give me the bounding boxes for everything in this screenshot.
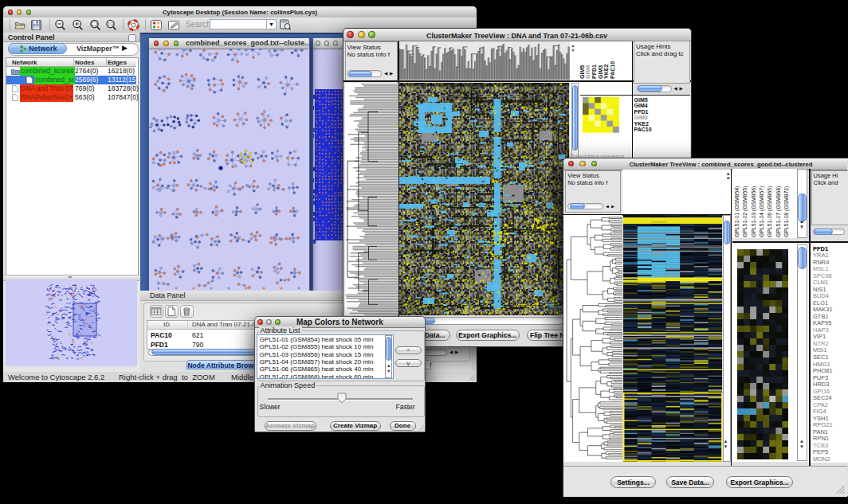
svg-text:GIM3: GIM3 [597, 65, 603, 79]
svg-text:GPL51-08 (GSM872): GPL51-08 (GSM872) [783, 186, 789, 237]
svg-text:GPL51-06 (GSM865): GPL51-06 (GSM865) [767, 186, 773, 237]
svg-text:1:1: 1:1 [108, 21, 113, 26]
svg-text:GPL51-01 (GSM854): GPL51-01 (GSM854) [734, 186, 740, 237]
svg-text:PAC10: PAC10 [609, 61, 614, 79]
svg-text:GPL51-07 (GSM868): GPL51-07 (GSM868) [775, 186, 781, 237]
svg-text:YKE2: YKE2 [603, 64, 609, 78]
svg-text:MON2: MON2 [813, 455, 830, 463]
svg-text:GPL51-02 (GSM855): GPL51-02 (GSM855) [742, 186, 748, 237]
svg-text:GIM5: GIM5 [579, 65, 585, 79]
svg-text:PFD1: PFD1 [591, 64, 597, 79]
svg-text:GIM4: GIM4 [585, 65, 591, 79]
svg-text:GPL51-03 (GSM856): GPL51-03 (GSM856) [750, 186, 756, 237]
svg-text:GPL51-04 (GSM857): GPL51-04 (GSM857) [758, 186, 764, 237]
